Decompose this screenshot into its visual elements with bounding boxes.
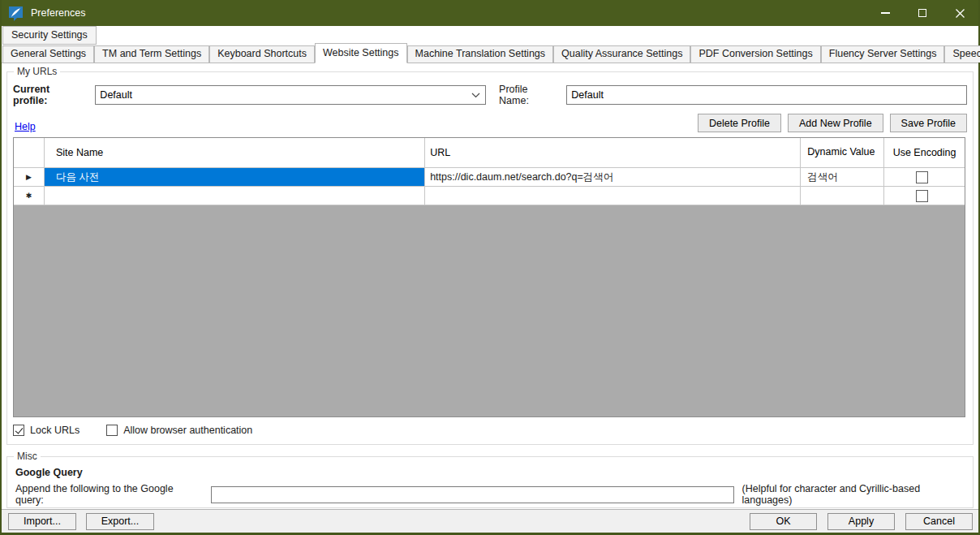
- use-encoding-checkbox[interactable]: [916, 171, 928, 183]
- help-buttons-row: Help Delete Profile Add New Profile Save…: [13, 108, 967, 132]
- window-title: Preferences: [31, 7, 85, 19]
- grid-empty-area: [14, 205, 965, 416]
- window-controls: [866, 0, 978, 26]
- lock-urls-label: Lock URLs: [30, 425, 80, 436]
- profile-row: Current profile: Profile Name:: [13, 85, 967, 105]
- allow-browser-auth-checkbox[interactable]: [106, 425, 118, 436]
- tab-speech-to-command-settings[interactable]: Speech to Command Settings: [944, 45, 980, 63]
- cancel-button[interactable]: Cancel: [905, 513, 973, 530]
- current-profile-combobox[interactable]: [95, 85, 486, 105]
- column-header-site-name[interactable]: Site Name: [45, 138, 425, 167]
- allow-browser-auth-label: Allow browser authentication: [123, 425, 252, 436]
- lock-urls-option[interactable]: Lock URLs: [13, 425, 80, 436]
- minimize-button[interactable]: [866, 0, 904, 26]
- google-query-row: Append the following to the Google query…: [15, 483, 973, 506]
- table-row: ▶ 다음 사전 https://dic.daum.net/search.do?q…: [14, 168, 965, 187]
- tab-fluency-server-settings[interactable]: Fluency Server Settings: [821, 45, 945, 63]
- tab-quality-assurance-settings[interactable]: Quality Assurance Settings: [553, 45, 690, 63]
- add-new-profile-button[interactable]: Add New Profile: [788, 114, 883, 132]
- footer-action-buttons: OK Apply Cancel: [750, 513, 973, 530]
- apply-button[interactable]: Apply: [827, 513, 895, 530]
- misc-group: Misc Google Query Append the following t…: [6, 456, 974, 508]
- row-header-new[interactable]: ✱: [14, 187, 45, 205]
- preferences-window: Preferences Security Settings General Se…: [0, 0, 980, 535]
- my-urls-group-label: My URLs: [14, 66, 60, 77]
- export-button[interactable]: Export...: [86, 513, 154, 530]
- tab-strip-row1: Security Settings: [2, 26, 978, 45]
- close-button[interactable]: [941, 0, 978, 26]
- minimize-icon: [881, 12, 890, 14]
- cell-dynamic-value-empty[interactable]: [801, 187, 884, 205]
- cell-dynamic-value[interactable]: 검색어: [801, 168, 884, 186]
- import-button[interactable]: Import...: [8, 513, 76, 530]
- column-header-url[interactable]: URL: [425, 138, 801, 167]
- google-query-hint: (Helpful for character and Cyrillic-base…: [742, 483, 973, 506]
- footer-bar: Import... Export... OK Apply Cancel: [2, 509, 978, 533]
- cell-use-encoding-empty[interactable]: [884, 187, 965, 205]
- chevron-down-icon[interactable]: [471, 93, 480, 98]
- ok-button[interactable]: OK: [750, 513, 817, 530]
- allow-browser-auth-option[interactable]: Allow browser authentication: [106, 425, 252, 436]
- cell-url[interactable]: https://dic.daum.net/search.do?q=검색어: [425, 168, 801, 186]
- grid-header-row: Site Name URL Dynamic Value Use Encoding: [14, 138, 965, 168]
- tab-security-settings[interactable]: Security Settings: [2, 26, 97, 45]
- selected-row-arrow-icon: ▶: [26, 173, 32, 181]
- urls-grid: Site Name URL Dynamic Value Use Encoding…: [13, 137, 965, 417]
- table-row-new: ✱: [14, 187, 965, 205]
- close-icon: [956, 9, 965, 18]
- maximize-button[interactable]: [904, 0, 941, 26]
- maximize-icon: [918, 9, 926, 17]
- current-profile-label: Current profile:: [13, 84, 86, 106]
- new-row-asterisk-icon: ✱: [26, 192, 32, 200]
- tab-tm-and-term-settings[interactable]: TM and Term Settings: [94, 45, 209, 63]
- google-query-field[interactable]: [211, 486, 733, 503]
- profile-name-field[interactable]: [566, 85, 967, 105]
- cell-use-encoding[interactable]: [884, 168, 965, 186]
- google-query-heading: Google Query: [15, 467, 973, 478]
- app-icon: [8, 6, 24, 21]
- my-urls-group: My URLs Current profile: Profile Name: H…: [6, 71, 974, 445]
- profile-buttons: Delete Profile Add New Profile Save Prof…: [698, 114, 967, 132]
- tab-strip-row2: General Settings TM and Term Settings Ke…: [2, 45, 978, 63]
- append-google-query-label: Append the following to the Google query…: [15, 483, 204, 506]
- help-link[interactable]: Help: [15, 121, 36, 132]
- titlebar: Preferences: [2, 0, 978, 26]
- cell-site-name-empty[interactable]: [45, 187, 425, 205]
- cell-url-empty[interactable]: [425, 187, 801, 205]
- tab-keyboard-shortcuts[interactable]: Keyboard Shortcuts: [209, 45, 315, 63]
- website-settings-page: My URLs Current profile: Profile Name: H…: [2, 63, 978, 509]
- column-header-use-encoding[interactable]: Use Encoding: [884, 138, 965, 167]
- cell-site-name[interactable]: 다음 사전: [45, 168, 425, 186]
- row-header-selected[interactable]: ▶: [14, 168, 45, 186]
- tab-general-settings[interactable]: General Settings: [2, 45, 94, 63]
- tab-website-settings[interactable]: Website Settings: [315, 43, 407, 63]
- tab-machine-translation-settings[interactable]: Machine Translation Settings: [407, 45, 554, 63]
- grid-corner-cell[interactable]: [14, 138, 45, 167]
- save-profile-button[interactable]: Save Profile: [890, 114, 967, 132]
- profile-name-label: Profile Name:: [499, 84, 560, 106]
- misc-group-label: Misc: [14, 451, 41, 462]
- use-encoding-checkbox-new[interactable]: [916, 190, 928, 202]
- delete-profile-button[interactable]: Delete Profile: [698, 114, 781, 132]
- url-options-row: Lock URLs Allow browser authentication: [13, 425, 967, 436]
- tab-pdf-conversion-settings[interactable]: PDF Conversion Settings: [690, 45, 820, 63]
- current-profile-input[interactable]: [95, 85, 486, 105]
- column-header-dynamic-value[interactable]: Dynamic Value: [801, 138, 884, 167]
- lock-urls-checkbox[interactable]: [13, 425, 24, 436]
